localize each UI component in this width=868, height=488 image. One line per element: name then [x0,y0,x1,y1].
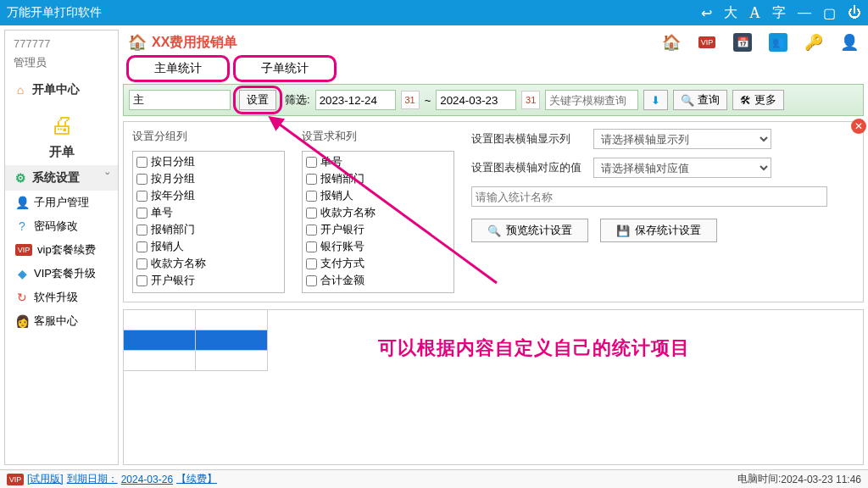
app-title: 万能开单打印软件 [7,5,701,20]
dropdown-icon: ˇ [105,171,109,185]
chk-sum-1[interactable] [306,174,317,185]
user-icon: 👤 [15,196,29,209]
date-to-input[interactable] [436,90,516,110]
chk-group-4[interactable] [136,225,147,236]
minimize-button[interactable]: — [798,5,811,20]
date-from-input[interactable] [315,90,396,110]
setting-button[interactable]: 设置 [239,90,276,110]
refresh-icon: ↻ [15,291,29,304]
annotation-text: 可以根据内容自定义自己的统计项目 [378,336,690,361]
sidebar-vip-renew[interactable]: VIPvip套餐续费 [5,238,118,262]
tb-users-icon[interactable]: 👥 [769,33,787,52]
chk-sum-4[interactable] [306,225,317,236]
filter-label: 筛选: [285,92,310,108]
chk-sum-5[interactable] [306,241,317,252]
chk-group-2[interactable] [136,191,147,202]
preview-button[interactable]: 🔍预览统计设置 [471,219,588,242]
grid-header-cell[interactable] [196,310,268,330]
chk-group-5[interactable] [136,241,147,252]
chk-group-0[interactable] [136,157,147,168]
tab-main[interactable]: 主单统计 [128,57,228,80]
chk-group-7[interactable] [136,275,147,286]
tabs: 主单统计 子单统计 [123,55,864,82]
result-grid: 可以根据内容自定义自己的统计项目 [123,309,864,465]
expire-label[interactable]: 到期日期： [67,472,118,486]
query-button[interactable]: 🔍查询 [673,90,727,110]
date-sep: ~ [425,94,431,107]
sidebar-vip-upgrade[interactable]: ◆VIP套餐升级 [5,262,118,286]
chk-group-3[interactable] [136,208,147,219]
vip-badge-icon: VIP [7,474,24,485]
sidebar-soft-upgrade[interactable]: ↻软件升级 [5,286,118,309]
chk-sum-3[interactable] [306,208,317,219]
chk-sum-6[interactable] [306,258,317,269]
chk-sum-7[interactable] [306,275,317,286]
sum-col-title: 设置求和列 [302,129,454,144]
sidebar-system-label: 系统设置 [32,170,80,186]
chk-sum-0[interactable] [306,157,317,168]
reply-icon[interactable]: ↩ [701,5,712,21]
enlarge-button[interactable]: 大 [724,4,737,22]
save-button[interactable]: 💾保存统计设置 [600,219,717,242]
power-button[interactable]: ⏻ [848,5,861,20]
clock-value: 2024-03-23 11:46 [781,474,861,485]
xval-select[interactable]: 请选择横轴对应值 [593,158,771,178]
home-icon[interactable]: 🏠 [128,33,147,52]
sidebar-kaidan[interactable]: 🖨 开单 [5,103,118,165]
clock-label: 电脑时间: [737,472,781,486]
stat-name-input[interactable] [471,186,827,207]
titlebar: 万能开单打印软件 ↩ 大 A 字 — ▢ ⏻ [0,0,868,25]
chk-sum-2[interactable] [306,191,317,202]
support-icon: 👩 [15,314,29,328]
renew-link[interactable]: 【续费】 [176,472,217,486]
keyword-input[interactable] [545,90,638,110]
magnifier-icon: 🔍 [487,225,501,237]
statusbar: VIP [试用版] 到期日期： 2024-03-26 【续费】 电脑时间: 20… [0,469,868,488]
group-checklist[interactable]: 按日分组 按月分组 按年分组 单号 报销部门 报销人 收款方名称 开户银行 [132,151,285,293]
sidebar-pwd[interactable]: ?密码修改 [5,214,118,238]
group-col-title: 设置分组列 [132,129,285,144]
tb-vip-icon[interactable]: VIP [698,33,716,52]
down-button[interactable]: ⬇ [643,90,668,110]
tb-person-icon[interactable]: 👤 [840,33,859,52]
sum-checklist[interactable]: 单号 报销部门 报销人 收款方名称 开户银行 银行账号 支付方式 合计金额 [302,151,454,293]
sidebar-center[interactable]: ⌂ 开单中心 [5,77,118,103]
diamond-icon: ◆ [15,267,29,280]
tb-calc-icon[interactable]: 📅 [733,33,752,52]
sidebar: 777777 管理员 ⌂ 开单中心 🖨 开单 ⚙ 系统设置 ˇ 👤子用户管理 ?… [4,30,119,465]
calendar-icon[interactable]: 31 [401,91,420,109]
gear-icon: ⚙ [14,171,27,185]
toolbar: 🏠 XX费用报销单 🏠 VIP 📅 👥 🔑 👤 [123,30,864,55]
tb-key-icon[interactable]: 🔑 [804,33,823,52]
chk-group-1[interactable] [136,174,147,185]
vip-badge-icon: VIP [15,244,32,256]
xaxis-label: 设置图表横轴显示列 [471,131,581,147]
sidebar-center-label: 开单中心 [32,82,80,97]
expire-date[interactable]: 2024-03-26 [121,474,173,485]
filter-left-input[interactable] [129,90,231,110]
grid-cell[interactable] [124,330,196,351]
magnifier-icon: 🔍 [681,94,694,107]
xaxis-select[interactable]: 请选择横轴显示列 [593,129,771,149]
filter-bar: 设置 筛选: 31 ~ 31 ⬇ 🔍查询 🛠更多 [123,84,864,116]
sidebar-sub-user[interactable]: 👤子用户管理 [5,191,118,214]
grid-header-cell[interactable] [124,310,196,330]
calendar-icon[interactable]: 31 [521,91,540,109]
settings-panel: ✕ 设置分组列 按日分组 按月分组 按年分组 单号 报销部门 报销人 收款方名称… [123,121,864,302]
chk-group-6[interactable] [136,258,147,269]
close-icon[interactable]: ✕ [851,119,866,134]
tab-sub[interactable]: 子单统计 [235,57,335,80]
sidebar-service[interactable]: 👩客服中心 [5,309,118,333]
sidebar-role: 管理员 [5,53,118,77]
trial-link[interactable]: [试用版] [27,472,64,486]
sidebar-system[interactable]: ⚙ 系统设置 ˇ [5,165,118,191]
more-button[interactable]: 🛠更多 [732,90,784,110]
sidebar-user-id: 777777 [5,30,118,53]
maximize-button[interactable]: ▢ [823,5,836,21]
tb-home-icon[interactable]: 🏠 [662,33,681,52]
grid-cell[interactable] [124,351,196,371]
font-button-label[interactable]: 字 [772,4,786,22]
grid-cell[interactable] [196,330,268,351]
grid-cell[interactable] [196,351,268,371]
font-button[interactable]: A [749,4,760,22]
